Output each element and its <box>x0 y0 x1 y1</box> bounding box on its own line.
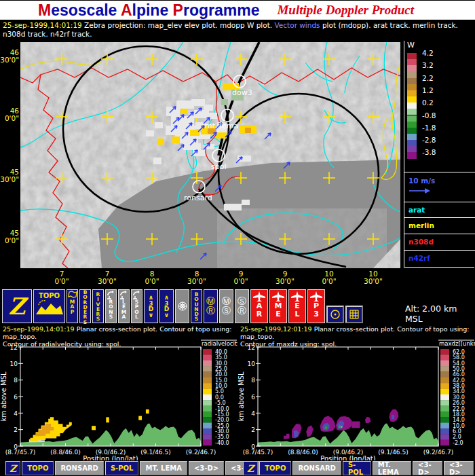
ms-button[interactable]: ⓂⓈ <box>219 289 233 323</box>
app-title: Mesoscale Alpine Programme <box>38 1 259 20</box>
spol-label: SPOL <box>134 299 138 319</box>
sr-button[interactable]: ⓈⓇ <box>235 289 249 323</box>
zebra-button[interactable]: Z <box>2 289 32 323</box>
xsec-toolbar-1-ronsard[interactable]: RONSARD <box>292 461 341 475</box>
colorbar-segment <box>203 349 212 355</box>
contour-cell <box>146 409 149 414</box>
colorbar-segment <box>440 354 449 361</box>
lat-tick-label: 4630'0" <box>0 49 19 63</box>
topo-button[interactable]: TOPO <box>33 289 65 323</box>
map-plot[interactable]: dow3mt. lemaspolronsard <box>20 42 400 268</box>
cross-section-toolbar-right: ZTOPORONSARDS-POLMT. LEMA<3-D><3-D> <box>243 461 475 475</box>
plane-label-char: E <box>276 310 281 318</box>
colorbar-segment <box>440 349 449 355</box>
xsec-toolbar-1-3d-2[interactable]: <3-D> <box>444 461 474 475</box>
v-letter: S <box>96 316 100 321</box>
xsec-toolbar-1-z[interactable]: Z <box>243 461 258 475</box>
bounds-button[interactable]: BOUNDS <box>191 289 202 323</box>
colorbar-segment <box>203 378 212 384</box>
3d-a-button[interactable]: ∧3D∨ <box>144 289 158 323</box>
w-scale-tick-label: 1.2 <box>422 86 434 94</box>
xsec-toolbar-0-topo[interactable]: TOPO <box>22 461 54 475</box>
plane-label-char: R <box>256 310 262 318</box>
contour-cell <box>306 425 313 437</box>
xsec-toolbar-1-mtlema[interactable]: MT. LEMA <box>373 461 411 475</box>
xsec-toolbar-0-ronsard[interactable]: RONSARD <box>55 461 104 475</box>
header-segment: Vector winds <box>274 21 320 29</box>
w-scale-title: W <box>407 41 415 50</box>
y-tick-label: 2 <box>251 426 255 433</box>
p3-button[interactable]: P3 <box>307 289 325 323</box>
plane-label-char: 3 <box>314 310 319 318</box>
x-tick-label: (9.2/46.7) <box>186 449 216 456</box>
legend-divider <box>404 250 475 251</box>
colorbar-segment <box>440 395 449 401</box>
circled-letter: Ⓜ <box>222 297 231 306</box>
colorbar-segment <box>203 440 212 446</box>
v-letter: P <box>70 310 75 314</box>
xsec-toolbar-0-mtlema[interactable]: MT. LEMA <box>140 461 187 475</box>
me-button[interactable]: ME <box>269 289 287 323</box>
xsec-toolbar-1-3d[interactable]: <3-D> <box>413 461 442 475</box>
x-tick-label: (8.8/46.0) <box>50 449 80 456</box>
gridtool-button[interactable] <box>345 306 363 323</box>
main-toolbar: ZTOPOMAPBORDERSRIVERSRONSLEMASPOL∧3D∨∧3D… <box>2 289 364 323</box>
colorbar-segment <box>440 428 449 435</box>
target-button[interactable] <box>326 306 344 323</box>
w-scale-segment <box>407 96 417 103</box>
track-legend-arat: arat <box>408 206 425 214</box>
colorbar-segment <box>203 417 212 423</box>
w-scale-segment <box>407 84 417 90</box>
header-segment: Zebra projection: map_elev elev plot. md… <box>82 21 275 29</box>
w-scale-tick-label: -3.8 <box>422 148 436 156</box>
plot-description-header: 25-sep-1999,14:01:19 Zebra projection: m… <box>3 21 472 38</box>
rivers-label: RIVERS <box>96 292 100 322</box>
colorbar-segment <box>203 428 212 435</box>
borders-button[interactable]: BORDERS <box>79 289 91 323</box>
plane-icon <box>290 291 305 302</box>
rons-button[interactable]: RONS <box>105 289 117 323</box>
cross-section-plot[interactable]: 024681012km above MSL(8.7/45.7)(8.8/46.0… <box>238 325 475 460</box>
product-subtitle: Multiple Doppler Product <box>277 3 414 18</box>
w-scale-segment <box>407 122 417 128</box>
cross-section-plot[interactable]: 024681012km above MSL(8.7/45.7)(8.8/46.0… <box>0 325 238 460</box>
mr-button[interactable]: ⓂⓇ <box>204 289 218 323</box>
xsec-toolbar-0-z[interactable]: Z <box>5 461 20 475</box>
track-legend-n308d: n308d <box>408 238 434 246</box>
spol-button[interactable]: SPOL <box>131 289 142 323</box>
title-segment: lpine <box>132 1 173 19</box>
w-scale-segment <box>407 59 417 65</box>
3d-b-button[interactable]: ∧3D∨ <box>159 289 174 323</box>
lon-min: 0'0" <box>314 278 344 285</box>
w-scale-tick-label: 4.2 <box>422 49 434 57</box>
v-letter: S <box>194 316 198 321</box>
xsec-toolbar-1-topo[interactable]: TOPO <box>259 461 291 475</box>
plane-icon <box>309 291 324 302</box>
title-banner: Mesoscale Alpine Programme Multiple Dopp… <box>0 1 475 20</box>
mountain-icon <box>36 299 63 314</box>
web-icon <box>176 301 189 311</box>
xsec-toolbar-0-3d[interactable]: <3-D> <box>189 461 224 475</box>
colorbar-segment <box>440 378 449 384</box>
y-tick-label: 4 <box>251 410 255 417</box>
map-legend-panel: W4.23.22.21.20.2-0.8-1.8-2.8-3.810 m/sar… <box>404 41 474 268</box>
title-segment: A <box>121 1 132 19</box>
track-legend-10ms: 10 m/s <box>408 177 435 185</box>
xsec-toolbar-0-spol[interactable]: S-POL <box>105 461 139 475</box>
rivers-button[interactable]: RIVERS <box>92 289 104 323</box>
colorbar-segment <box>203 423 212 429</box>
colorbar-segment <box>440 406 449 412</box>
web-button[interactable] <box>175 289 189 323</box>
lat-tick-label: 460'0" <box>0 107 19 122</box>
ar-button[interactable]: AR <box>250 289 268 323</box>
colorbar-segment <box>203 411 212 418</box>
lema-button[interactable]: LEMA <box>118 289 130 323</box>
plot-data-area <box>258 409 438 446</box>
el-button[interactable]: EL <box>288 289 306 323</box>
lat-tick-label: 4530'0" <box>0 168 19 183</box>
colorbar-segment <box>440 411 449 418</box>
w-scale-tick-label: -2.8 <box>422 136 436 144</box>
xsec-toolbar-1-spol[interactable]: S-POL <box>343 461 371 475</box>
map-button[interactable]: MAP <box>66 289 78 323</box>
lon-min: 0'0" <box>47 278 77 285</box>
